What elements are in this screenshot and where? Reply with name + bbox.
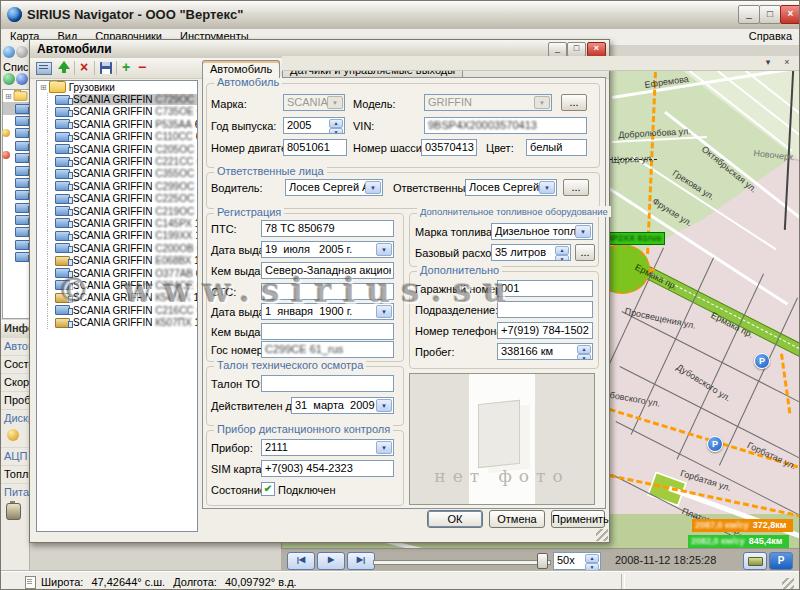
speed-up-icon[interactable]: ▲ bbox=[585, 554, 599, 563]
window-resize-grip[interactable] bbox=[782, 578, 794, 590]
chevron-down-icon[interactable]: ▼ bbox=[376, 305, 392, 318]
photo-box[interactable]: нет фото bbox=[409, 373, 595, 505]
fuel-rate-stepper[interactable]: 35 литров▲▼ bbox=[491, 244, 571, 261]
year-stepper[interactable]: 2005▲▼ bbox=[283, 117, 345, 134]
tree-item[interactable]: SCANIA GRIFFIN С729ОС 61rus bbox=[37, 93, 197, 105]
refresh-icon[interactable] bbox=[3, 46, 15, 58]
connected-checkbox[interactable]: ✔ bbox=[261, 482, 275, 496]
tree-item[interactable]: SCANIA GRIFFIN К507ПХ 161rus bbox=[37, 316, 197, 328]
globe-icon[interactable] bbox=[3, 73, 15, 85]
dialog-close-button[interactable]: × bbox=[587, 42, 606, 57]
spin-up-icon[interactable]: ▲ bbox=[329, 119, 343, 128]
tracks-icon[interactable] bbox=[743, 552, 767, 570]
cancel-button[interactable]: Отмена bbox=[489, 510, 545, 528]
tree-item[interactable]: SCANIA GRIFFIN С200ОВ 61rus bbox=[37, 242, 197, 254]
spin-down-icon[interactable]: ▼ bbox=[329, 128, 343, 135]
garage-field[interactable]: 001 bbox=[497, 280, 593, 297]
spin-up-icon[interactable]: ▲ bbox=[577, 345, 591, 354]
tree-item[interactable]: SCANIA GRIFFIN С221СС 61rus bbox=[37, 155, 197, 167]
phone-field[interactable]: +7(919) 784-1502 bbox=[497, 322, 593, 339]
add-icon[interactable] bbox=[58, 61, 70, 69]
close-button[interactable]: × bbox=[780, 5, 800, 24]
tree-item[interactable]: SCANIA GRIFFIN К549ВХ 161rus bbox=[37, 292, 197, 304]
brand-combo[interactable]: SCANIA▼ bbox=[283, 94, 345, 111]
timeline-slider[interactable] bbox=[373, 560, 551, 565]
spin-down-icon[interactable]: ▼ bbox=[577, 354, 591, 361]
dialog-resize-grip[interactable] bbox=[596, 529, 608, 541]
color-field[interactable]: белый bbox=[526, 139, 587, 156]
delete-icon[interactable]: × bbox=[80, 58, 88, 76]
driver-combo[interactable]: Лосев Сергей Анатольи▼ bbox=[285, 179, 383, 196]
tree-item[interactable]: SCANIA GRIFFIN С145РХ 161rus bbox=[37, 217, 197, 229]
dialog-minimize-button[interactable]: _ bbox=[548, 42, 567, 57]
gos-number-field[interactable]: С299СЕ 61_rus bbox=[261, 341, 394, 358]
tree-item[interactable]: SCANIA GRIFFIN С225ОС 61rus bbox=[37, 193, 197, 205]
chevron-down-icon[interactable]: ▼ bbox=[327, 96, 343, 109]
restore-button[interactable]: □ bbox=[759, 5, 781, 24]
model-more-button[interactable]: ... bbox=[561, 94, 587, 111]
valid-until-picker[interactable]: 31 марта 2009 г.▼ bbox=[291, 397, 394, 414]
chevron-down-icon[interactable]: ▼ bbox=[575, 225, 591, 238]
vehicle-list-icon[interactable] bbox=[36, 62, 52, 75]
parking-marker[interactable]: P bbox=[707, 436, 723, 452]
tree-item[interactable]: SCANIA GRIFFIN Р535АА 61rus bbox=[37, 118, 197, 130]
issued-by2-field[interactable] bbox=[261, 323, 394, 340]
tools-icon[interactable] bbox=[16, 46, 28, 58]
tree-item[interactable]: SCANIA GRIFFIN Е068ВХ 161rus bbox=[37, 254, 197, 266]
vehicle-tree-clipped[interactable]: ⊞ bbox=[2, 89, 30, 319]
tree-item[interactable]: SCANIA GRIFFIN С110СС 61rus bbox=[37, 131, 197, 143]
skip-back-button[interactable]: |◀ bbox=[287, 552, 315, 570]
issue-date-picker[interactable]: 19 июля 2005 г.▼ bbox=[261, 241, 394, 258]
dialog-maximize-button[interactable]: □ bbox=[567, 42, 586, 57]
tree-item[interactable]: SCANIA GRIFFIN С219ОС 61rus bbox=[37, 205, 197, 217]
plus-icon[interactable]: + bbox=[122, 58, 130, 76]
engine-field[interactable]: 8051061 bbox=[283, 139, 347, 156]
close-panel-icon[interactable]: × bbox=[779, 57, 795, 69]
chevron-down-icon[interactable]: ▼ bbox=[365, 181, 381, 194]
ok-button[interactable]: ОК bbox=[427, 510, 483, 528]
division-field[interactable] bbox=[497, 301, 593, 318]
vin-field[interactable]: 9BSP4X20003570413 bbox=[424, 117, 587, 134]
speed-input[interactable]: 50x ▲▼ bbox=[553, 552, 601, 570]
tree-item[interactable]: SCANIA GRIFFIN С735ОЕ 61rus bbox=[37, 106, 197, 118]
spin-down-icon[interactable]: ▼ bbox=[555, 255, 569, 262]
spin-up-icon[interactable]: ▲ bbox=[555, 246, 569, 255]
model-combo[interactable]: GRIFFIN▼ bbox=[424, 94, 552, 111]
issued-by-field[interactable]: Северо-Западная акционная т bbox=[261, 262, 394, 279]
collapse-panel-icon[interactable]: ▾ bbox=[760, 57, 776, 69]
apply-button[interactable]: Применить bbox=[551, 510, 605, 528]
tree-item[interactable]: SCANIA GRIFFIN О377АВ 61rus bbox=[37, 267, 197, 279]
tree-item[interactable]: SCANIA GRIFFIN С205ОС 61rus bbox=[37, 143, 197, 155]
sts-field[interactable] bbox=[261, 283, 394, 300]
minimize-button[interactable]: _ bbox=[738, 5, 760, 24]
talon-field[interactable] bbox=[261, 375, 394, 392]
chevron-down-icon[interactable]: ▼ bbox=[376, 441, 392, 454]
monitor-icon[interactable] bbox=[16, 73, 28, 85]
slider-thumb[interactable] bbox=[537, 553, 548, 569]
chassis-field[interactable]: 03570413 bbox=[421, 139, 477, 156]
tree-root[interactable]: ⊞ Грузовики bbox=[37, 81, 197, 93]
responsible-combo[interactable]: Лосев Сергей Анатольи▼ bbox=[465, 179, 557, 196]
fuel-more-button[interactable]: ... bbox=[575, 244, 595, 261]
chevron-down-icon[interactable]: ▼ bbox=[376, 243, 392, 256]
pts-field[interactable]: 78 ТС 850679 bbox=[261, 220, 394, 237]
issue-date2-picker[interactable]: 1 января 1900 г.▼ bbox=[261, 303, 394, 320]
minus-icon[interactable]: − bbox=[138, 58, 146, 76]
persons-more-button[interactable]: ... bbox=[563, 179, 589, 196]
tab-vehicle[interactable]: Автомобиль bbox=[202, 60, 280, 78]
tree-item[interactable]: SCANIA GRIFFIN С299ОС 61rus bbox=[37, 180, 197, 192]
sim-field[interactable]: +7(903) 454-2323 bbox=[261, 460, 394, 477]
chevron-down-icon[interactable]: ▼ bbox=[534, 96, 550, 109]
fuel-brand-combo[interactable]: Дизельное топливо▼ bbox=[491, 223, 593, 240]
tree-item[interactable]: SCANIA GRIFFIN С355ОС 61rus bbox=[37, 168, 197, 180]
chevron-down-icon[interactable]: ▼ bbox=[539, 181, 555, 194]
play-button[interactable]: ▶ bbox=[317, 552, 345, 570]
tree-item[interactable]: SCANIA GRIFFIN С216СС 61rus bbox=[37, 304, 197, 316]
tree-item[interactable]: SCANIA GRIFFIN С199ХХ 161rus bbox=[37, 230, 197, 242]
mileage-stepper[interactable]: 338166 км▲▼ bbox=[497, 343, 593, 360]
chevron-down-icon[interactable]: ▼ bbox=[376, 399, 392, 412]
tree-item[interactable]: SCANIA GRIFFIN С204СС 61rus bbox=[37, 279, 197, 291]
menu-spravka[interactable]: Справка bbox=[740, 29, 800, 45]
speed-down-icon[interactable]: ▼ bbox=[585, 563, 599, 572]
device-combo[interactable]: 2111▼ bbox=[261, 439, 394, 456]
